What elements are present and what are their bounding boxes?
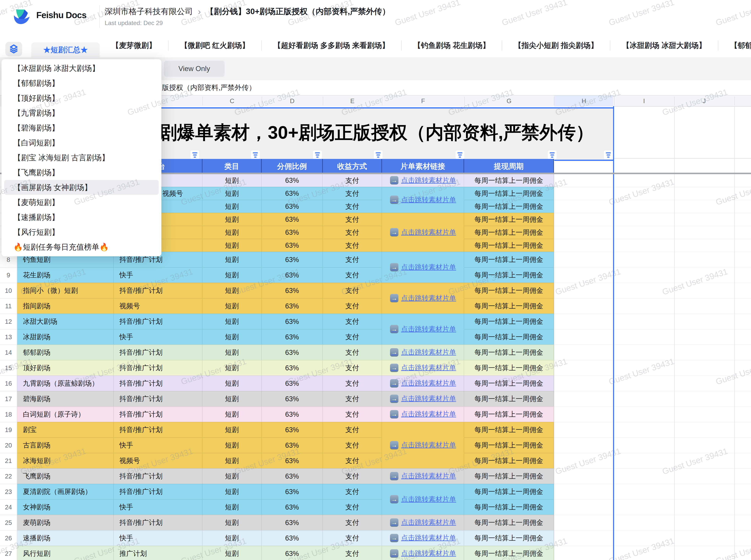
revenue-method-cell[interactable]: 支付 (323, 453, 382, 468)
commission-rate-cell[interactable]: 63% (262, 468, 323, 484)
category-cell[interactable]: 短剧 (202, 360, 262, 376)
commission-rate-cell[interactable]: 63% (262, 391, 323, 406)
platform-cell[interactable]: 抖音/推广计划 (114, 515, 202, 530)
platform-cell[interactable]: 快手 (114, 499, 202, 515)
revenue-method-cell[interactable]: 支付 (323, 360, 382, 376)
revenue-method-cell[interactable]: 支付 (323, 213, 382, 226)
row-number-18[interactable]: 18 (0, 406, 17, 422)
table-header-分佣比例[interactable]: 分佣比例 (262, 159, 323, 174)
withdraw-cycle-cell[interactable]: 每周一结算上一周佣金 (464, 213, 554, 226)
material-list-link[interactable]: →点击跳转素材片单 (390, 195, 456, 204)
commission-rate-cell[interactable]: 63% (262, 515, 323, 530)
sheet-tab-6[interactable]: 【冰甜剧场 冰甜大剧场】 (610, 34, 718, 57)
withdraw-cycle-cell[interactable]: 每周一结算上一周佣金 (464, 314, 554, 329)
category-cell[interactable]: 短剧 (202, 391, 262, 406)
theater-name-cell[interactable]: 麦萌剧场 (17, 515, 114, 530)
theater-name-cell[interactable]: 冰甜大剧场 (17, 314, 114, 329)
platform-cell[interactable]: 抖音/推广计划 (114, 376, 202, 391)
category-cell[interactable]: 短剧 (202, 187, 262, 200)
filter-icon-1[interactable] (251, 151, 260, 159)
platform-cell[interactable]: 抖音/推广计划 (114, 314, 202, 329)
row-number-22[interactable]: 22 (0, 468, 17, 484)
theater-name-cell[interactable]: 古言剧场 (17, 437, 114, 453)
withdraw-cycle-cell[interactable]: 每周一结算上一周佣金 (464, 200, 554, 213)
revenue-method-cell[interactable]: 支付 (323, 499, 382, 515)
theater-name-cell[interactable]: 女神剧场 (17, 499, 114, 515)
withdraw-cycle-cell[interactable]: 每周一结算上一周佣金 (464, 484, 554, 499)
platform-cell[interactable]: 抖音/推广计划 (114, 484, 202, 499)
dropdown-item-4[interactable]: 【碧海剧场】 (4, 120, 159, 135)
platform-cell[interactable]: 快手 (114, 530, 202, 546)
category-cell[interactable]: 短剧 (202, 252, 262, 267)
commission-rate-cell[interactable]: 63% (262, 267, 323, 283)
material-list-link[interactable]: →点击跳转素材片单 (390, 409, 456, 419)
commission-rate-cell[interactable]: 63% (262, 174, 323, 187)
revenue-method-cell[interactable]: 支付 (323, 530, 382, 546)
category-cell[interactable]: 短剧 (202, 530, 262, 546)
withdraw-cycle-cell[interactable]: 每周一结算上一周佣金 (464, 298, 554, 314)
category-cell[interactable]: 短剧 (202, 267, 262, 283)
filter-icon-0[interactable] (190, 151, 199, 159)
withdraw-cycle-cell[interactable]: 每周一结算上一周佣金 (464, 344, 554, 360)
category-cell[interactable]: 短剧 (202, 174, 262, 187)
theater-name-cell[interactable]: 速播剧场 (17, 530, 114, 546)
filter-icon-2[interactable] (313, 151, 322, 159)
platform-cell[interactable]: 视频号 (114, 453, 202, 468)
revenue-method-cell[interactable]: 支付 (323, 200, 382, 213)
revenue-method-cell[interactable]: 支付 (323, 252, 382, 267)
commission-rate-cell[interactable]: 63% (262, 314, 323, 329)
commission-rate-cell[interactable]: 63% (262, 329, 323, 344)
category-cell[interactable]: 短剧 (202, 283, 262, 298)
row-number-27[interactable]: 27 (0, 546, 17, 560)
category-cell[interactable]: 短剧 (202, 213, 262, 226)
commission-rate-cell[interactable]: 63% (262, 187, 323, 200)
row-number-21[interactable]: 21 (0, 453, 17, 468)
sheet-tab-1[interactable]: 【麦芽微剧】 (100, 34, 168, 57)
theater-name-cell[interactable]: 冰甜剧场 (17, 329, 114, 344)
revenue-method-cell[interactable]: 支付 (323, 376, 382, 391)
table-header-类目[interactable]: 类目 (202, 159, 262, 174)
category-cell[interactable]: 短剧 (202, 314, 262, 329)
sheet-tab-7[interactable]: 【郁郁剧场】 (718, 34, 751, 57)
material-list-link[interactable]: →点击跳转素材片单 (390, 324, 456, 334)
theater-name-cell[interactable]: 花生剧场 (17, 267, 114, 283)
theater-name-cell[interactable]: 顶好剧场 (17, 360, 114, 376)
platform-cell[interactable]: 抖音/推广计划 (114, 422, 202, 437)
material-list-link[interactable]: →点击跳转素材片单 (390, 533, 456, 543)
sheet-tab-3[interactable]: 【超好看剧场 多多剧场 来看剧场】 (262, 34, 401, 57)
category-cell[interactable]: 短剧 (202, 453, 262, 468)
revenue-method-cell[interactable]: 支付 (323, 546, 382, 560)
row-number-19[interactable]: 19 (0, 422, 17, 437)
revenue-method-cell[interactable]: 支付 (323, 226, 382, 239)
withdraw-cycle-cell[interactable]: 每周一结算上一周佣金 (464, 283, 554, 298)
theater-name-cell[interactable]: 指间剧场 (17, 298, 114, 314)
withdraw-cycle-cell[interactable]: 每周一结算上一周佣金 (464, 406, 554, 422)
commission-rate-cell[interactable]: 63% (262, 422, 323, 437)
category-cell[interactable]: 短剧 (202, 344, 262, 360)
table-header-片单素材链接[interactable]: 片单素材链接 (382, 159, 464, 174)
revenue-method-cell[interactable]: 支付 (323, 515, 382, 530)
category-cell[interactable]: 短剧 (202, 422, 262, 437)
commission-rate-cell[interactable]: 63% (262, 437, 323, 453)
material-list-link[interactable]: →点击跳转素材片单 (390, 518, 456, 527)
category-cell[interactable]: 短剧 (202, 376, 262, 391)
dropdown-item-1[interactable]: 【郁郁剧场】 (4, 76, 159, 91)
platform-cell[interactable]: 抖音/推广计划 (114, 344, 202, 360)
withdraw-cycle-cell[interactable]: 每周一结算上一周佣金 (464, 239, 554, 252)
withdraw-cycle-cell[interactable]: 每周一结算上一周佣金 (464, 252, 554, 267)
row-number-9[interactable]: 9 (0, 267, 17, 283)
sheet-tab-4[interactable]: 【钓鱼剧场 花生剧场】 (402, 34, 502, 57)
theater-name-cell[interactable]: 夏清剧院（画屏剧场） (17, 484, 114, 499)
material-list-link[interactable]: →点击跳转素材片单 (390, 176, 456, 185)
category-cell[interactable]: 短剧 (202, 515, 262, 530)
withdraw-cycle-cell[interactable]: 每周一结算上一周佣金 (464, 515, 554, 530)
revenue-method-cell[interactable]: 支付 (323, 267, 382, 283)
material-list-link[interactable]: →点击跳转素材片单 (390, 228, 456, 237)
table-header-收益方式[interactable]: 收益方式 (323, 159, 382, 174)
withdraw-cycle-cell[interactable]: 每周一结算上一周佣金 (464, 187, 554, 200)
revenue-method-cell[interactable]: 支付 (323, 422, 382, 437)
commission-rate-cell[interactable]: 63% (262, 499, 323, 515)
category-cell[interactable]: 短剧 (202, 437, 262, 453)
category-cell[interactable]: 短剧 (202, 226, 262, 239)
commission-rate-cell[interactable]: 63% (262, 226, 323, 239)
